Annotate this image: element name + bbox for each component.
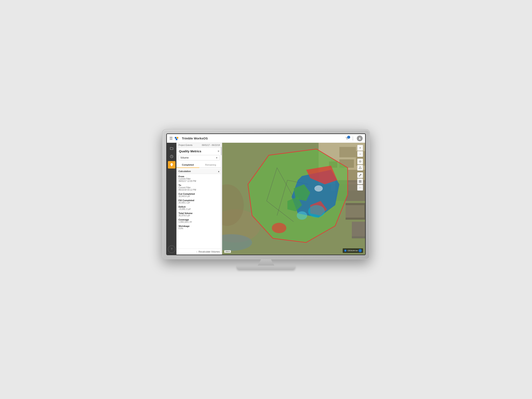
cesium-info-button[interactable]: i <box>359 249 362 252</box>
monitor-base <box>237 266 295 270</box>
metric-shrinkage-label: Shrinkage <box>178 225 220 227</box>
metric-coverage-value: 1,994,169.1 ft² <box>178 221 220 223</box>
svg-point-41 <box>314 185 323 192</box>
metric-total-volume-value: 35,979.0 yd³ <box>178 215 220 217</box>
monitor-wrapper: ☰ Trimble WorksOS <box>152 129 380 270</box>
metric-fill-completed: Fill Completed 25,935.1 yd³ <box>178 199 220 204</box>
app-container: ☰ Trimble WorksOS <box>167 134 365 254</box>
metric-shrinkage-value: 0.0% <box>178 227 220 230</box>
metric-coverage-label: Coverage <box>178 218 220 221</box>
section-toggle-icon: ▲ <box>218 170 220 172</box>
calculation-label: Calculation <box>178 170 191 172</box>
sidebar-icon-clock[interactable] <box>168 153 175 160</box>
sidebar-icon-help[interactable]: ? <box>168 245 175 253</box>
svg-rect-2 <box>176 138 177 140</box>
svg-rect-50 <box>360 180 361 181</box>
top-bar: ☰ Trimble WorksOS <box>167 134 365 143</box>
tab-remaining[interactable]: Remaining <box>199 162 222 168</box>
dropdown-row: Volume Elevation Slope ▼ <box>177 154 222 162</box>
user-svg <box>358 137 361 140</box>
recalculate-button[interactable]: Recalculate Volumes <box>198 250 220 253</box>
grid-button[interactable] <box>357 178 363 184</box>
content-panel: Project Extents 06/01/17 - 06/22/18 Qual… <box>177 143 222 254</box>
svg-rect-22 <box>352 222 365 236</box>
project-extents-label: Project Extents <box>178 144 192 146</box>
sidebar-icon-folder[interactable] <box>168 145 175 152</box>
scale-bar: 200 ft <box>224 250 231 253</box>
app-title: Trimble WorksOS <box>182 137 208 140</box>
zoom-out-button[interactable]: − <box>357 151 363 157</box>
metric-coverage: Coverage 1,994,169.1 ft² <box>178 218 220 223</box>
draw-button[interactable] <box>357 172 363 178</box>
cesium-logo: CESIUM ion i <box>343 248 363 253</box>
svg-rect-49 <box>359 180 360 181</box>
metric-fill-completed-value: 25,935.1 yd³ <box>178 202 220 204</box>
metric-from-sub2: 06/01/17 12:00 PM <box>178 180 220 182</box>
metric-fill-completed-label: Fill Completed <box>178 199 220 202</box>
more-map-button[interactable] <box>357 185 363 190</box>
panel-header-bar: Project Extents 06/01/17 - 06/22/18 <box>177 143 222 148</box>
main-layout: ? Project Extents 06/01/17 - 06/22/18 Qu… <box>167 143 365 254</box>
scroll-track[interactable] <box>221 143 222 254</box>
locate-button[interactable] <box>357 158 363 164</box>
info-symbol: i <box>360 250 360 252</box>
svg-rect-51 <box>359 182 360 183</box>
svg-point-55 <box>361 187 361 188</box>
filter-icon[interactable]: 2 <box>345 137 349 140</box>
metric-shrinkage: Shrinkage 0.0% <box>178 225 220 230</box>
map-area[interactable]: + − <box>222 143 365 254</box>
metric-from-label: From <box>178 175 220 178</box>
calculation-section-header[interactable]: Calculation ▲ <box>177 169 222 174</box>
logo-area: Trimble WorksOS <box>175 136 208 140</box>
metric-to-sub1: Current Filter <box>178 186 220 189</box>
metric-cut-completed-label: Cut Completed <box>178 193 220 195</box>
metric-total-volume-label: Total Volume <box>178 212 220 215</box>
user-avatar[interactable] <box>357 135 363 141</box>
metric-total-volume: Total Volume 35,979.0 yd³ <box>178 212 220 217</box>
svg-rect-13 <box>339 147 356 157</box>
hamburger-icon[interactable]: ☰ <box>169 136 173 141</box>
date-range: 06/01/17 - 06/22/18 <box>202 144 220 146</box>
panel-title-row: Quality Metrics × <box>177 148 222 154</box>
tabs-row: Completed Remaining <box>177 162 222 168</box>
scroll-thumb <box>221 147 222 155</box>
svg-point-54 <box>360 187 360 188</box>
close-button[interactable]: × <box>218 150 219 153</box>
zoom-in-button[interactable]: + <box>357 145 363 151</box>
metric-to: To Current Filter 06/22/18 03:12 PM <box>178 184 220 191</box>
scale-text: 200 ft <box>226 251 230 253</box>
metrics-list: From Current Filter 06/01/17 12:00 PM To… <box>177 174 222 233</box>
cesium-text: CESIUM ion <box>348 250 358 252</box>
volume-dropdown[interactable]: Volume Elevation Slope <box>178 155 220 160</box>
metric-to-sub2: 06/22/18 03:12 PM <box>178 189 220 191</box>
tab-completed[interactable]: Completed <box>177 162 199 168</box>
svg-point-53 <box>359 187 360 188</box>
svg-rect-52 <box>360 182 361 183</box>
svg-rect-21 <box>346 205 364 218</box>
dropdown-wrapper: Volume Elevation Slope ▼ <box>178 155 220 160</box>
quality-metrics-title: Quality Metrics <box>179 149 201 153</box>
svg-rect-1 <box>177 137 178 139</box>
svg-point-42 <box>360 161 361 162</box>
metric-cut-completed: Cut Completed 10,043.8 yd³ <box>178 193 220 197</box>
terrain-button[interactable] <box>357 165 363 171</box>
svg-point-40 <box>297 211 307 220</box>
metric-deficit-value: -15,891.3 yd³ <box>178 208 220 210</box>
metric-deficit: Deficit -15,891.3 yd³ <box>178 206 220 210</box>
icon-sidebar: ? <box>167 143 177 254</box>
metric-cut-completed-value: 10,043.8 yd³ <box>178 195 220 197</box>
back-arrow-icon[interactable]: ‹ <box>196 250 197 253</box>
sidebar-icon-pin[interactable] <box>168 161 175 169</box>
monitor-neck <box>258 259 274 266</box>
filter-badge: 2 <box>347 136 350 139</box>
more-options-icon[interactable]: ⋮ <box>351 136 355 141</box>
map-controls: + − <box>357 145 363 190</box>
svg-point-39 <box>308 205 325 218</box>
svg-point-36 <box>272 223 286 233</box>
panel-footer: ‹ Recalculate Volumes <box>177 248 222 254</box>
svg-marker-48 <box>359 166 361 169</box>
map-svg <box>222 143 365 254</box>
monitor-bezel: ☰ Trimble WorksOS <box>162 129 370 259</box>
metric-deficit-label: Deficit <box>178 206 220 208</box>
monitor-screen: ☰ Trimble WorksOS <box>166 133 366 255</box>
